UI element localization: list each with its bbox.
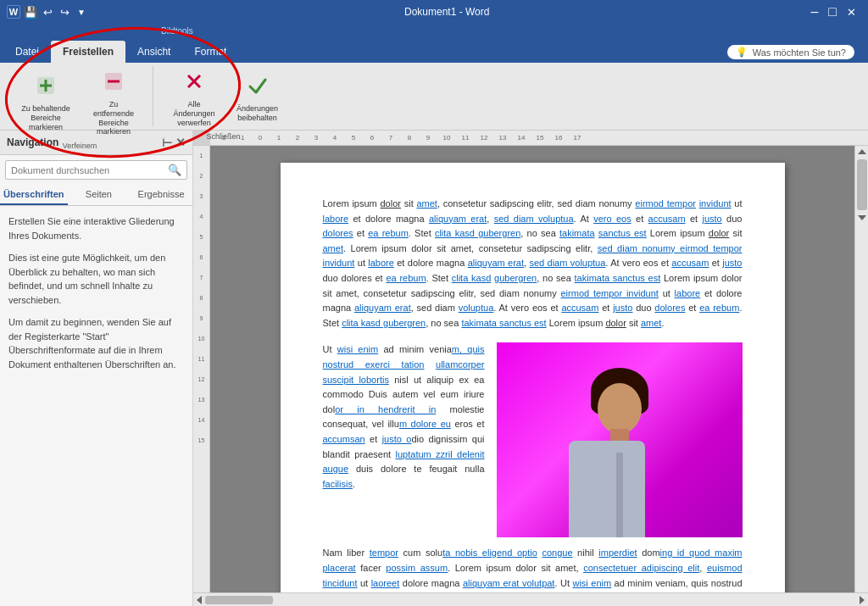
ribbon-search-box[interactable]: 💡 Was möchten Sie tun? — [727, 45, 854, 59]
search-input[interactable] — [11, 165, 168, 175]
nav-description-3: Um damit zu beginnen, wenden Sie auf der… — [8, 315, 184, 371]
image-text-block: Ut wisi enim ad minim veniam, quis nostr… — [323, 342, 743, 546]
ruler-mark: 6 — [363, 134, 381, 142]
verwerfen-button[interactable]: Alle Änderungenverwerfen — [162, 66, 226, 131]
minimize-button[interactable]: – — [805, 4, 823, 19]
redo-icon[interactable]: ↪ — [58, 5, 71, 19]
body — [569, 441, 645, 537]
tab-seiten[interactable]: Seiten — [68, 185, 131, 205]
ribbon: Zu behaltendeBereiche markieren Zu entfe… — [0, 63, 868, 131]
navigation-tabs: Überschriften Seiten Ergebnisse — [0, 185, 192, 206]
doc-paragraph-1: Lorem ipsum dolor sit amet, consetetur s… — [323, 197, 743, 331]
navigation-content: Erstellen Sie eine interaktive Gliederun… — [0, 206, 192, 388]
beibehalten-label: Änderungenbeibehalten — [236, 104, 278, 123]
lightbulb-icon: 💡 — [736, 47, 748, 58]
ruler-mark: 13 — [493, 134, 512, 142]
ruler-mark: 17 — [568, 134, 587, 142]
ribbon-group-schliessen: Alle Änderungenverwerfen Änderungenbeibe… — [155, 66, 292, 126]
close-button[interactable]: ✕ — [842, 6, 861, 19]
navigation-panel: Navigation ⊢ ✕ 🔍 Überschriften Seiten Er… — [0, 131, 193, 606]
ruler-mark: 16 — [549, 134, 568, 142]
main-area: Navigation ⊢ ✕ 🔍 Überschriften Seiten Er… — [0, 131, 868, 606]
ruler-mark: 8 — [400, 134, 419, 142]
save-icon[interactable]: 💾 — [24, 5, 37, 19]
word-app-icon: W — [7, 5, 20, 19]
maximize-button[interactable]: □ — [823, 4, 842, 19]
tab-ansicht[interactable]: Ansicht — [125, 41, 182, 63]
scroll-left-arrow[interactable] — [197, 596, 202, 604]
ruler-mark: 1 — [270, 134, 288, 142]
ruler-mark: 2 — [288, 134, 307, 142]
entfernen-button[interactable]: Zu entfernendeBereiche markieren — [81, 66, 146, 140]
bildtools-label: Bildtools — [161, 26, 193, 36]
behalten-label: Zu behaltendeBereiche markieren — [20, 104, 71, 131]
x-red-icon — [182, 69, 206, 98]
ruler-mark: 5 — [344, 134, 363, 142]
document-image — [497, 342, 743, 537]
entfernen-label: Zu entfernendeBereiche markieren — [88, 100, 139, 136]
ruler-mark: 11 — [456, 134, 475, 142]
ribbon-tabs: Datei Freistellen Ansicht Format 💡 Was m… — [0, 37, 868, 63]
tab-datei[interactable]: Datei — [3, 41, 51, 63]
ruler-mark: 9 — [419, 134, 437, 142]
undo-icon[interactable]: ↩ — [41, 5, 54, 19]
person-figure — [565, 368, 675, 537]
verfeinem-buttons: Zu behaltendeBereiche markieren Zu entfe… — [14, 66, 146, 140]
ruler-mark: 10 — [437, 134, 456, 142]
minus-red-icon — [102, 69, 125, 98]
close-navigation-icon[interactable]: ✕ — [175, 136, 186, 149]
scroll-thumb[interactable] — [857, 159, 867, 210]
ruler-mark: 12 — [475, 134, 493, 142]
schliessen-group-label: Schließen — [207, 132, 241, 141]
tab-ueberschriften[interactable]: Überschriften — [0, 185, 68, 205]
ruler-mark: 15 — [531, 134, 549, 142]
schliessen-buttons: Alle Änderungenverwerfen Änderungenbeibe… — [162, 66, 285, 131]
behalten-button[interactable]: Zu behaltendeBereiche markieren — [14, 70, 78, 135]
window-title: Dokument1 - Word — [88, 6, 805, 18]
customize-icon[interactable]: ▼ — [75, 5, 88, 19]
shirt-stripe — [616, 453, 623, 537]
face — [598, 383, 642, 434]
document-page: Lorem ipsum dolor sit amet, consetetur s… — [281, 163, 785, 592]
doc-with-vruler: 1 2 3 4 5 6 7 8 9 10 11 12 13 14 15 — [193, 146, 868, 592]
scroll-down-arrow[interactable] — [858, 215, 866, 220]
doc-outer: -2 -1 0 1 2 3 4 5 6 7 8 9 10 11 12 13 14… — [193, 131, 868, 606]
bildtools-bar: Bildtools — [0, 24, 868, 37]
document-area[interactable]: Lorem ipsum dolor sit amet, consetetur s… — [210, 146, 854, 592]
doc-paragraph-3: Nam liber tempor cum soluta nobis eligen… — [323, 546, 743, 592]
nav-description-1: Erstellen Sie eine interaktive Gliederun… — [8, 214, 184, 242]
ribbon-group-verfeinem: Zu behaltendeBereiche markieren Zu entfe… — [7, 66, 153, 126]
tab-freistellen[interactable]: Freistellen — [51, 41, 125, 63]
title-bar: W 💾 ↩ ↪ ▼ Dokument1 - Word – □ ✕ — [0, 0, 868, 24]
scroll-right-arrow[interactable] — [860, 596, 865, 604]
pin-icon[interactable]: ⊢ — [162, 136, 172, 149]
ruler-horizontal: -2 -1 0 1 2 3 4 5 6 7 8 9 10 11 12 13 14… — [193, 131, 868, 146]
beibehalten-button[interactable]: Änderungenbeibehalten — [230, 70, 285, 126]
nav-description-2: Dies ist eine gute Möglichkeit, um den Ü… — [8, 251, 184, 307]
plus-green-icon — [34, 74, 58, 103]
page-wrapper: Lorem ipsum dolor sit amet, consetetur s… — [210, 146, 854, 592]
h-scroll-thumb[interactable] — [205, 596, 273, 604]
ruler-mark: 0 — [251, 134, 270, 142]
ruler-vertical: 1 2 3 4 5 6 7 8 9 10 11 12 13 14 15 — [193, 146, 210, 592]
scroll-up-arrow[interactable] — [858, 149, 866, 154]
ruler-mark: 4 — [326, 134, 344, 142]
verwerfen-label: Alle Änderungenverwerfen — [169, 100, 220, 127]
tab-format[interactable]: Format — [182, 41, 238, 63]
search-placeholder: Was möchten Sie tun? — [753, 47, 846, 58]
ruler-mark: 7 — [381, 134, 400, 142]
ruler-mark: 3 — [307, 134, 326, 142]
navigation-search[interactable]: 🔍 — [5, 160, 187, 180]
horizontal-scrollbar[interactable] — [193, 592, 868, 606]
search-icon[interactable]: 🔍 — [168, 164, 181, 176]
check-green-icon — [246, 74, 270, 103]
tab-ergebnisse[interactable]: Ergebnisse — [130, 185, 192, 205]
title-bar-left: W 💾 ↩ ↪ ▼ — [7, 5, 88, 19]
verfeinem-group-label: Verfeinem — [63, 142, 97, 150]
ruler-mark: 14 — [512, 134, 531, 142]
vertical-scrollbar[interactable] — [854, 146, 868, 592]
